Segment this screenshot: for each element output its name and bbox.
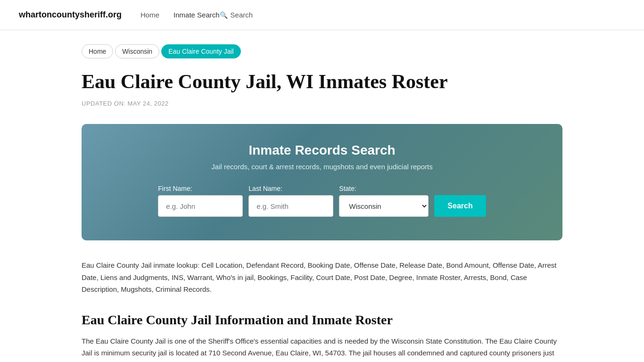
breadcrumb: Home Wisconsin Eau Claire County Jail: [82, 44, 562, 58]
first-name-label: First Name:: [158, 185, 192, 192]
nav-search[interactable]: 🔍 Search: [220, 11, 253, 19]
nav-search-label: Search: [231, 11, 253, 19]
main-nav: Home Inmate Search: [140, 11, 220, 19]
breadcrumb-wisconsin[interactable]: Wisconsin: [115, 44, 159, 58]
search-button[interactable]: Search: [434, 195, 486, 217]
last-name-input[interactable]: [248, 195, 333, 217]
search-panel-title: Inmate Records Search: [100, 143, 544, 158]
nav-link-inmate-search[interactable]: Inmate Search: [173, 11, 220, 19]
section-title: Eau Claire County Jail Information and I…: [82, 313, 562, 328]
search-icon: 🔍: [220, 11, 228, 19]
header: whartoncountysheriff.org Home Inmate Sea…: [0, 0, 644, 30]
state-group: State: Alabama Alaska Arizona Arkansas C…: [339, 185, 429, 217]
search-panel-subtitle: Jail records, court & arrest records, mu…: [100, 163, 544, 171]
page-title: Eau Claire County Jail, WI Inmates Roste…: [82, 70, 562, 93]
site-logo[interactable]: whartoncountysheriff.org: [19, 10, 122, 20]
main-content: Home Wisconsin Eau Claire County Jail Ea…: [63, 30, 581, 362]
breadcrumb-jail[interactable]: Eau Claire County Jail: [161, 44, 241, 58]
body-text: Eau Claire County Jail inmate lookup: Ce…: [82, 259, 562, 296]
section-body: The Eau Claire County Jail is one of the…: [82, 335, 562, 362]
state-select[interactable]: Alabama Alaska Arizona Arkansas Californ…: [339, 195, 429, 217]
nav-link-home[interactable]: Home: [140, 11, 159, 19]
search-form: First Name: Last Name: State: Alabama Al…: [100, 185, 544, 217]
first-name-group: First Name:: [158, 185, 243, 217]
state-label: State:: [339, 185, 356, 192]
updated-on: UPDATED ON: MAY 24, 2022: [82, 100, 562, 107]
first-name-input[interactable]: [158, 195, 243, 217]
last-name-group: Last Name:: [248, 185, 333, 217]
breadcrumb-home[interactable]: Home: [82, 44, 113, 58]
last-name-label: Last Name:: [248, 185, 282, 192]
nav-item-home[interactable]: Home: [140, 11, 159, 19]
nav-links: Home Inmate Search: [140, 11, 220, 19]
nav-item-inmate-search[interactable]: Inmate Search: [173, 11, 220, 19]
search-panel: Inmate Records Search Jail records, cour…: [82, 124, 562, 240]
